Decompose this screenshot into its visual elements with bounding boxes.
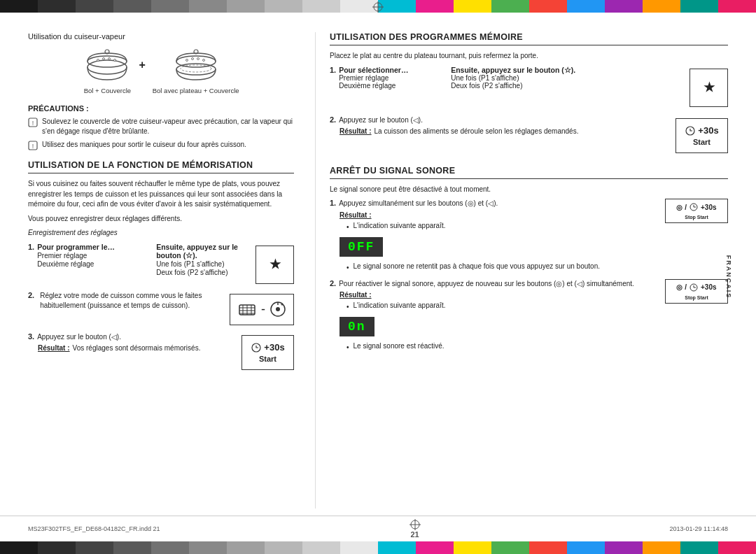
plus30-start-button-left: +30s Start xyxy=(241,335,294,370)
stop-slash-icon-1: ◎ / xyxy=(676,204,687,211)
start-label-sm-2: Start xyxy=(697,295,708,300)
color-seg xyxy=(378,0,416,13)
color-seg xyxy=(76,0,113,13)
svg-point-14 xyxy=(186,59,188,62)
svg-point-15 xyxy=(191,58,193,60)
step3-result: Résultat : Vos réglages sont désormais m… xyxy=(38,344,239,352)
vessel-svg-1 xyxy=(83,46,132,85)
section1-intro: Si vous cuisinez ou faites souvent récha… xyxy=(28,179,294,210)
stop-start-button-1: ◎ / +30s Stop Start xyxy=(665,199,728,223)
s3-bullet2-text: Le signal sonore ne retentit pas à chaqu… xyxy=(354,262,600,271)
color-seg xyxy=(0,0,38,13)
right-step2-result-label: Résultat : xyxy=(340,127,372,135)
plus-sign: + xyxy=(139,59,145,71)
right-step1-premier: Premier réglage xyxy=(339,74,451,82)
footer-center: 21 xyxy=(410,519,421,539)
plus30-sm-1: +30s xyxy=(701,204,717,211)
color-seg-b xyxy=(529,541,567,554)
plus30-label-right: +30s xyxy=(698,125,718,136)
reg-mark-bottom xyxy=(410,519,421,530)
svg-point-12 xyxy=(176,56,216,67)
warning-icon-2: ! xyxy=(28,141,38,153)
step3-result-text: Vos réglages sont désormais mémorisés. xyxy=(73,344,201,352)
s3-step1-num: 1. xyxy=(330,199,336,207)
right-step1-val2: Deux fois (P2 s'affiche) xyxy=(451,82,687,90)
step1-val2: Deux fois (P2 s'affiche) xyxy=(156,269,253,276)
timer-small-2 xyxy=(689,283,699,292)
color-seg-b xyxy=(76,541,113,554)
enregistrement-label: Enregistrement des réglages xyxy=(28,228,294,239)
step1-val1: Une fois (P1 s'affiche) xyxy=(156,260,253,268)
footer-left: MS23F302TFS_EF_DE68-04182C_FR.indd 21 xyxy=(28,525,160,532)
precaution-item-2: ! Utilisez des maniques pour sortir le c… xyxy=(28,140,294,153)
s3-step2-text: Pour réactiver le signal sonore, appuyez… xyxy=(339,279,634,290)
step3-text: Appuyez sur le bouton (◁). xyxy=(37,332,121,343)
step1-premier: Premier réglage xyxy=(37,252,156,260)
color-seg-b xyxy=(113,541,151,554)
grill-icon xyxy=(237,299,257,319)
left-step2: 2. Réglez votre mode de cuisson comme vo… xyxy=(28,291,294,328)
footer-right: 2013-01-29 11:14:48 xyxy=(669,525,728,532)
color-seg xyxy=(113,0,151,13)
color-seg-b xyxy=(227,541,265,554)
star-button-display-right: ★ xyxy=(690,69,728,107)
section3-intro: Le signal sonore peut être désactivé à t… xyxy=(330,185,728,195)
s3-bullet4-text: Le signal sonore est réactivé. xyxy=(354,341,444,351)
color-seg xyxy=(38,0,76,13)
s3-result1-label: Résultat : xyxy=(340,211,372,219)
color-seg-b xyxy=(454,541,491,554)
color-seg xyxy=(718,0,756,13)
timer-icon-right xyxy=(685,125,696,136)
color-seg xyxy=(189,0,227,13)
stop-start-labels-1: Stop Start xyxy=(685,215,708,220)
right-step2-num: 2. xyxy=(330,115,336,124)
svg-point-4 xyxy=(88,56,127,67)
s3-step1: 1. Appuyez simultanément sur les boutons… xyxy=(330,199,728,275)
right-step1-val1: Une fois (P1 s'affiche) xyxy=(451,74,687,82)
display-on: 0n xyxy=(340,317,374,336)
step3-num: 3. xyxy=(28,332,34,341)
color-seg xyxy=(567,0,605,13)
section1-title: UTILISATION DE LA FONCTION DE MÉMORISATI… xyxy=(28,160,294,173)
s3-step1-text: Appuyez simultanément sur les boutons (◎… xyxy=(339,199,498,209)
right-column: UTILISATION DES PROGRAMMES MÉMOIRE Place… xyxy=(315,32,728,509)
color-seg xyxy=(302,0,340,13)
left-step1: 1. Pour programmer le… Premier réglage D… xyxy=(28,243,294,287)
right-step1-num: 1. xyxy=(330,66,336,74)
s3-bullet3: • L'indication suivante apparaît. xyxy=(346,301,662,312)
color-seg-b xyxy=(378,541,416,554)
vessel-label-1: Bol + Couvercle xyxy=(84,87,131,94)
svg-point-16 xyxy=(197,58,199,60)
star-button-display-left: ★ xyxy=(255,246,294,284)
bullet-dot-3: • xyxy=(346,302,349,312)
page-number: 21 xyxy=(410,530,419,539)
right-step2-result-text: La cuisson des aliments se déroule selon… xyxy=(374,127,579,135)
warning-icon: ! xyxy=(28,118,38,130)
color-seg-b xyxy=(491,541,529,554)
step3-result-label: Résultat : xyxy=(38,344,70,352)
svg-point-17 xyxy=(202,59,204,62)
step1-col2-header: Ensuite, appuyez sur le bouton (☆). xyxy=(156,243,253,260)
color-seg xyxy=(151,0,189,13)
right-step1-deuxieme: Deuxième réglage xyxy=(339,82,451,90)
section1-note: Vous pouvez enregistrer deux réglages di… xyxy=(28,214,294,225)
precaution-text-1: Soulevez le couvercle de votre cuiseur-v… xyxy=(42,117,294,136)
timer-small-1 xyxy=(689,202,699,212)
section3-title: ARRÊT DU SIGNAL SONORE xyxy=(330,166,728,179)
color-seg xyxy=(605,0,643,13)
bullet-dot-2: • xyxy=(346,263,349,273)
color-seg xyxy=(529,0,567,13)
page-body: Utilisation du cuiseur-vapeur xyxy=(0,13,756,516)
color-seg-b xyxy=(38,541,76,554)
main-content: Utilisation du cuiseur-vapeur xyxy=(0,13,756,541)
svg-point-7 xyxy=(103,58,105,60)
section2-intro: Placez le plat au centre du plateau tour… xyxy=(330,51,728,62)
svg-point-30 xyxy=(276,307,280,311)
stop-start-button-2: ◎ / +30s Stop Start xyxy=(665,279,728,304)
s3-bullet1: • L'indication suivante apparaît. xyxy=(346,221,662,232)
left-column: Utilisation du cuiseur-vapeur xyxy=(28,32,294,509)
color-seg-b xyxy=(265,541,302,554)
color-seg-b xyxy=(567,541,605,554)
color-seg xyxy=(454,0,491,13)
step1-col1-header: Pour programmer le… xyxy=(37,243,156,251)
